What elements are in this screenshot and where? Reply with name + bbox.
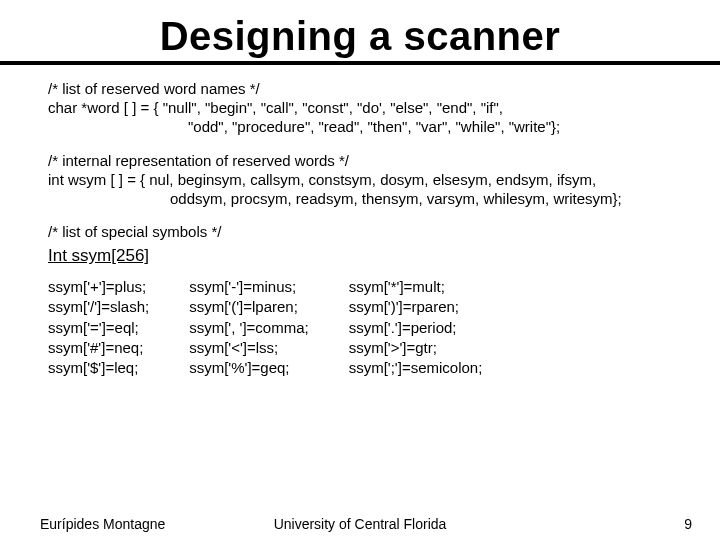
page-number: 9 xyxy=(684,516,692,532)
slide-body: /* list of reserved word names */ char *… xyxy=(0,65,720,378)
internal-line1: int wsym [ ] = { nul, beginsym, callsym,… xyxy=(48,170,682,189)
ssym-col2: ssym['-']=minus; ssym['(']=lparen; ssym[… xyxy=(189,277,309,378)
comment-reserved: /* list of reserved word names */ xyxy=(48,79,682,98)
comment-internal: /* internal representation of reserved w… xyxy=(48,151,682,170)
ssym-decl-text: Int ssym[256] xyxy=(48,246,149,265)
ssym-decl: Int ssym[256] xyxy=(48,245,682,267)
slide: Designing a scanner /* list of reserved … xyxy=(0,0,720,540)
ssym-col1: ssym['+']=plus; ssym['/']=slash; ssym['=… xyxy=(48,277,149,378)
reserved-line1: char *word [ ] = { "null", "begin", "cal… xyxy=(48,98,682,117)
comment-special: /* list of special symbols */ xyxy=(48,222,682,241)
special-symbols-block: /* list of special symbols */ Int ssym[2… xyxy=(48,222,682,378)
internal-line2: oddsym, procsym, readsym, thensym, varsy… xyxy=(48,189,682,208)
footer-affiliation: University of Central Florida xyxy=(0,516,720,532)
slide-title: Designing a scanner xyxy=(0,0,720,59)
ssym-columns: ssym['+']=plus; ssym['/']=slash; ssym['=… xyxy=(48,277,682,378)
reserved-words-block: /* list of reserved word names */ char *… xyxy=(48,79,682,137)
reserved-line2: "odd", "procedure", "read", "then", "var… xyxy=(48,117,682,136)
internal-rep-block: /* internal representation of reserved w… xyxy=(48,151,682,209)
ssym-col3: ssym['*']=mult; ssym[')']=rparen; ssym['… xyxy=(349,277,483,378)
